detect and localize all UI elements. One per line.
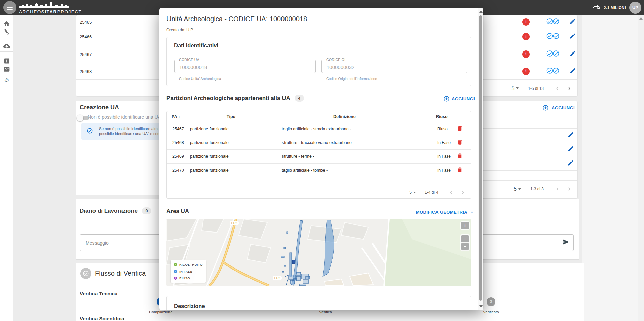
info-icon[interactable]: i xyxy=(522,50,530,58)
check-circle-icon[interactable] xyxy=(546,67,553,75)
descrizione-title: Descrizione xyxy=(174,303,205,309)
aggiungi-partizione-button[interactable]: AGGIUNGI xyxy=(443,96,475,102)
scroll-up-icon[interactable] xyxy=(639,17,643,20)
pa-value: 25470 xyxy=(172,168,184,173)
aggiungi-button[interactable]: AGGIUNGI xyxy=(542,105,575,111)
scroll-down-icon[interactable] xyxy=(479,305,483,308)
row-id: 25465 xyxy=(80,19,92,24)
page-scrollbar[interactable] xyxy=(638,15,644,321)
codice-oi-field[interactable]: CODICE OI 1000000032 xyxy=(321,58,467,73)
edit-pencil-icon[interactable] xyxy=(569,67,576,75)
home-icon[interactable] xyxy=(3,20,10,27)
edit-pencil-icon[interactable] xyxy=(567,145,574,153)
verifica-tecnica-title: Verifica Tecnica xyxy=(80,291,117,296)
map[interactable]: SR2 SR2 RICOSTRUITO IN FASE RIUSO i + − xyxy=(166,219,471,286)
prev-page-icon[interactable] xyxy=(553,84,561,93)
pa-value: 25467 xyxy=(172,127,184,131)
dropdown-arrow-icon xyxy=(413,192,416,193)
stats-icon[interactable] xyxy=(593,4,601,11)
next-page-icon[interactable] xyxy=(565,84,573,93)
partizione-row[interactable]: 25469 partizione funzionale strutture - … xyxy=(167,150,471,164)
info-icon[interactable]: i xyxy=(522,18,530,26)
flusso-check-icon xyxy=(80,268,91,279)
table-header: PA ↑ Tipo Definizione Riuso xyxy=(167,111,471,122)
partizioni-title: Partizioni Archeologiche appartenenti al… xyxy=(166,95,290,102)
created-by: Creato da: U P xyxy=(166,28,193,32)
dropdown-arrow-icon xyxy=(516,87,519,89)
toggle-knob[interactable] xyxy=(77,115,83,121)
delete-icon[interactable] xyxy=(457,153,463,160)
copyright-icon[interactable]: © xyxy=(3,77,10,84)
map-info-button[interactable]: i xyxy=(461,222,469,229)
col-pa[interactable]: PA ↑ xyxy=(172,114,180,119)
verifica-scientifica-title: Verifica Scientifica xyxy=(80,316,124,321)
info-icon[interactable]: i xyxy=(522,68,530,75)
check-circle-icon[interactable] xyxy=(553,50,560,58)
codice-ua-field[interactable]: CODICE UA 1000000018 xyxy=(174,58,316,73)
modal-scrollbar[interactable] xyxy=(478,8,483,310)
col-tipo[interactable]: Tipo xyxy=(227,114,235,119)
zoom-out-button[interactable]: − xyxy=(461,243,469,250)
prev-page-icon[interactable] xyxy=(553,185,561,193)
per-page-select[interactable]: 5 xyxy=(514,186,521,192)
add-circle-icon xyxy=(443,96,450,102)
codice-oi-label: CODICE OI xyxy=(325,58,347,62)
codice-ua-label: CODICE UA xyxy=(178,58,201,62)
map-legend: RICOSTRUITO IN FASE RIUSO xyxy=(171,260,206,283)
legend-item: RIUSO xyxy=(174,276,203,280)
edit-pencil-icon[interactable] xyxy=(567,159,574,168)
sidebar-divider xyxy=(0,37,13,37)
cloud-download-icon[interactable] xyxy=(3,43,10,49)
modifica-geometria-button[interactable]: MODIFICA GEOMETRIA xyxy=(416,209,475,215)
tipo-value: partizione funzionale xyxy=(190,154,229,159)
partizione-row[interactable]: 25470 partizione funzionale taglio artif… xyxy=(167,164,471,177)
delete-icon[interactable] xyxy=(457,139,463,146)
check-circle-icon[interactable] xyxy=(546,17,553,26)
brand-text: ARCHEOSITARPROJECT xyxy=(19,9,82,14)
info-icon[interactable]: i xyxy=(522,33,530,40)
next-page-icon[interactable] xyxy=(565,185,573,193)
draw-icon[interactable] xyxy=(3,29,10,35)
tipo-value: partizione funzionale xyxy=(190,127,229,131)
row-id: 25467 xyxy=(80,51,92,57)
check-circle-icon[interactable] xyxy=(546,50,553,58)
add-box-icon[interactable] xyxy=(3,58,10,64)
partizione-row[interactable]: 25467 partizione funzionale taglio artif… xyxy=(167,122,471,136)
col-definizione[interactable]: Definizione xyxy=(333,114,356,119)
check-circle-icon[interactable] xyxy=(553,17,560,26)
table-row-empty xyxy=(167,177,471,186)
col-riuso[interactable]: Riuso xyxy=(436,114,448,119)
delete-icon[interactable] xyxy=(457,125,463,133)
zoom-in-button[interactable]: + xyxy=(461,235,469,242)
mail-icon[interactable] xyxy=(3,66,10,73)
definizione-value: taglio artificiale - tombe - xyxy=(282,168,328,173)
per-page-select[interactable]: 5 xyxy=(409,190,416,195)
dati-identificativi-card: Dati Identificativi CODICE UA 1000000018… xyxy=(166,37,471,86)
next-page-icon[interactable] xyxy=(459,188,467,197)
app-logo[interactable]: ARCHEOSITARPROJECT xyxy=(19,1,82,14)
check-circle-icon[interactable] xyxy=(553,33,560,41)
edit-pencil-icon[interactable] xyxy=(569,18,576,26)
scroll-up-icon[interactable] xyxy=(479,10,483,13)
riuso-value: In Fase xyxy=(437,168,451,173)
diario-header: Diario di Lavorazione 0 xyxy=(80,207,151,214)
scrollbar-thumb[interactable] xyxy=(479,15,482,301)
send-icon[interactable] xyxy=(563,239,569,247)
codice-ua-value: 1000000018 xyxy=(179,64,207,70)
partizione-row[interactable]: 25468 partizione funzionale strutture - … xyxy=(167,136,471,150)
definizione-value: strutture - terme - xyxy=(282,154,314,159)
row-id: 25468 xyxy=(80,69,92,74)
check-circle-icon[interactable] xyxy=(553,67,560,75)
check-circle-icon[interactable] xyxy=(546,33,553,41)
no-ua-toggle[interactable] xyxy=(78,116,89,120)
edit-pencil-icon[interactable] xyxy=(569,33,576,41)
edit-pencil-icon[interactable] xyxy=(569,50,576,58)
edit-pencil-icon[interactable] xyxy=(567,131,574,139)
per-page-select[interactable]: 5 xyxy=(511,85,519,92)
pagination-range: 1-4 di 4 xyxy=(425,190,438,195)
avatar[interactable]: UP xyxy=(629,2,641,14)
delete-icon[interactable] xyxy=(457,167,463,174)
legend-label: RIUSO xyxy=(179,276,190,280)
prev-page-icon[interactable] xyxy=(447,188,455,197)
menu-button[interactable] xyxy=(3,1,16,14)
